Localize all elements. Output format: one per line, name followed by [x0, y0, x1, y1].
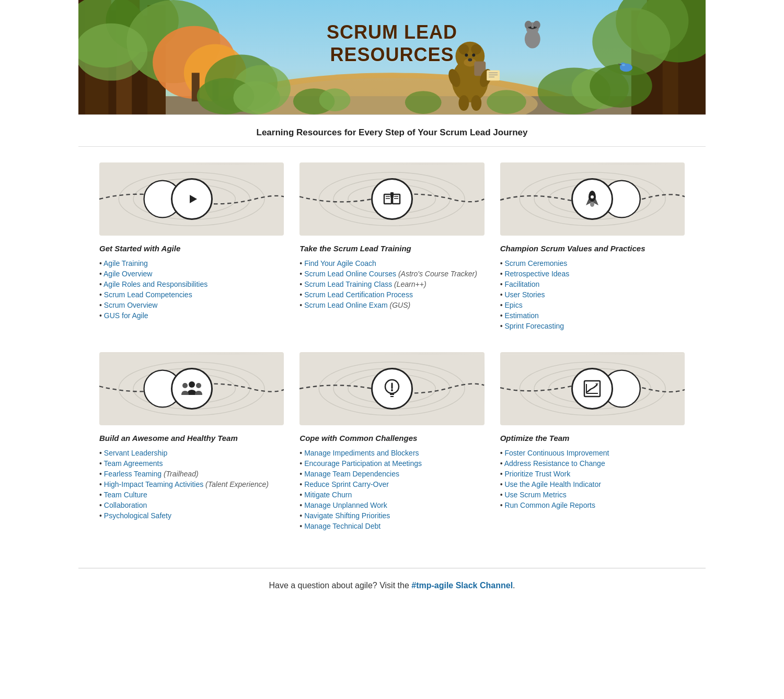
svg-point-39 — [468, 58, 472, 61]
link[interactable]: Manage Unplanned Work — [304, 501, 387, 509]
link[interactable]: Facilitation — [504, 280, 539, 288]
list-item: Facilitation — [500, 279, 685, 289]
list-item: Mitigate Churn — [299, 490, 484, 500]
card-links-optimize-team: Foster Continuous Improvement Address Re… — [500, 448, 685, 510]
link[interactable]: Scrum Overview — [104, 301, 158, 309]
card-cope-challenges: Cope with Common Challenges Manage Imped… — [299, 352, 484, 531]
link[interactable]: Estimation — [504, 311, 538, 320]
list-item: Manage Unplanned Work — [299, 500, 484, 510]
footer-slack-link[interactable]: #tmp-agile Slack Channel — [411, 581, 513, 590]
svg-point-61 — [487, 90, 526, 114]
link[interactable]: Manage Team Dependencies — [304, 470, 399, 478]
link[interactable]: Agile Roles and Responsibilities — [103, 280, 207, 288]
link[interactable]: Scrum Lead Competencies — [104, 290, 192, 299]
subtitle-bar: Learning Resources for Every Step of You… — [78, 115, 706, 147]
card-links-get-started: Agile Training Agile Overview Agile Role… — [99, 258, 284, 321]
link[interactable]: Scrum Lead Certification Process — [304, 290, 413, 299]
svg-point-37 — [465, 54, 468, 57]
card-take-training: Take the Scrum Lead Training Find Your A… — [299, 162, 484, 331]
link[interactable]: Mitigate Churn — [304, 491, 352, 499]
link[interactable]: Manage Technical Debt — [304, 522, 381, 530]
svg-point-60 — [405, 91, 442, 114]
card-icon-get-started — [171, 178, 213, 220]
card-image-cope-challenges — [299, 352, 484, 425]
card-build-team: Build an Awesome and Healthy Team Servan… — [99, 352, 284, 531]
link[interactable]: Sprint Forecasting — [504, 322, 564, 330]
link[interactable]: Navigate Shifting Priorities — [304, 511, 390, 520]
list-item: Agile Roles and Responsibilities — [99, 279, 284, 289]
list-item: Manage Team Dependencies — [299, 469, 484, 479]
card-champion-scrum: Champion Scrum Values and Practices Scru… — [500, 162, 685, 331]
card-title-champion-scrum: Champion Scrum Values and Practices — [500, 244, 685, 253]
list-item: Use Scrum Metrics — [500, 490, 685, 500]
link[interactable]: Run Common Agile Reports — [504, 501, 595, 509]
card-title-cope-challenges: Cope with Common Challenges — [299, 434, 484, 442]
main-content: Get Started with Agile Agile Training Ag… — [78, 147, 706, 568]
link[interactable]: Agile Training — [103, 259, 148, 267]
svg-point-38 — [472, 54, 475, 57]
link[interactable]: Use the Agile Health Indicator — [504, 480, 601, 488]
link[interactable]: Encourage Participation at Meetings — [304, 459, 422, 468]
footer-text-before: Have a question about agile? Visit the — [269, 581, 411, 590]
link[interactable]: Retrospective Ideas — [504, 270, 569, 278]
list-item: Scrum Lead Competencies — [99, 289, 284, 300]
svg-point-35 — [471, 44, 481, 55]
banner-title: SCRUM LEAD RESOURCES — [327, 21, 457, 66]
card-icon-champion-scrum — [571, 178, 613, 220]
subtitle-text: Learning Resources for Every Step of You… — [257, 127, 528, 137]
card-optimize-team: Optimize the Team Foster Continuous Impr… — [500, 352, 685, 531]
list-item: Sprint Forecasting — [500, 321, 685, 331]
list-item: Psychological Safety — [99, 510, 284, 521]
list-item: Agile Training — [99, 258, 284, 269]
link[interactable]: Find Your Agile Coach — [304, 259, 376, 267]
card-image-optimize-team — [500, 352, 685, 425]
link[interactable]: Use Scrum Metrics — [504, 491, 566, 499]
link[interactable]: Team Culture — [104, 491, 147, 499]
link[interactable]: Fearless Teaming — [104, 470, 162, 478]
link[interactable]: Collaboration — [104, 501, 147, 509]
card-title-take-training: Take the Scrum Lead Training — [299, 244, 484, 253]
svg-marker-67 — [190, 195, 197, 203]
card-image-champion-scrum — [500, 162, 685, 236]
svg-rect-73 — [384, 194, 391, 204]
link[interactable]: Epics — [504, 301, 522, 309]
link[interactable]: Reduce Sprint Carry-Over — [304, 480, 389, 488]
list-item: Agile Overview — [99, 269, 284, 279]
svg-point-31 — [233, 81, 280, 114]
link[interactable]: Servant Leadership — [104, 449, 167, 457]
link[interactable]: High-Impact Teaming Activities — [104, 480, 203, 488]
link[interactable]: Address Resistance to Change — [504, 459, 605, 468]
list-item: Foster Continuous Improvement — [500, 448, 685, 458]
card-links-cope-challenges: Manage Impediments and Blockers Encourag… — [299, 448, 484, 531]
list-item: Servant Leadership — [99, 448, 284, 458]
link[interactable]: Scrum Lead Training Class — [304, 280, 392, 288]
list-item: Fearless Teaming (Trailhead) — [99, 469, 284, 479]
list-item: Collaboration — [99, 500, 284, 510]
list-item: Prioritize Trust Work — [500, 469, 685, 479]
list-item: User Stories — [500, 289, 685, 300]
svg-point-41 — [458, 95, 469, 111]
svg-rect-45 — [487, 70, 500, 80]
link[interactable]: Scrum Lead Online Courses — [304, 270, 396, 278]
list-item: Epics — [500, 300, 685, 310]
svg-point-57 — [622, 64, 625, 66]
link[interactable]: Scrum Lead Online Exam — [304, 301, 388, 309]
list-item: High-Impact Teaming Activities (Talent E… — [99, 479, 284, 490]
link[interactable]: Psychological Safety — [104, 511, 171, 520]
link[interactable]: User Stories — [504, 290, 545, 299]
card-image-build-team — [99, 352, 284, 425]
link[interactable]: Manage Impediments and Blockers — [304, 449, 419, 457]
link[interactable]: Foster Continuous Improvement — [504, 449, 609, 457]
svg-point-91 — [590, 202, 594, 207]
list-item: Team Culture — [99, 490, 284, 500]
list-item: Encourage Participation at Meetings — [299, 458, 484, 469]
link[interactable]: GUS for Agile — [104, 311, 148, 320]
card-row-2: Build an Awesome and Healthy Team Servan… — [99, 352, 685, 531]
footer: Have a question about agile? Visit the #… — [78, 568, 706, 603]
link[interactable]: Prioritize Trust Work — [504, 470, 570, 478]
svg-rect-74 — [393, 194, 400, 204]
link[interactable]: Team Agreements — [104, 459, 163, 468]
card-title-get-started: Get Started with Agile — [99, 244, 284, 253]
link[interactable]: Scrum Ceremonies — [504, 259, 567, 267]
link[interactable]: Agile Overview — [103, 270, 152, 278]
